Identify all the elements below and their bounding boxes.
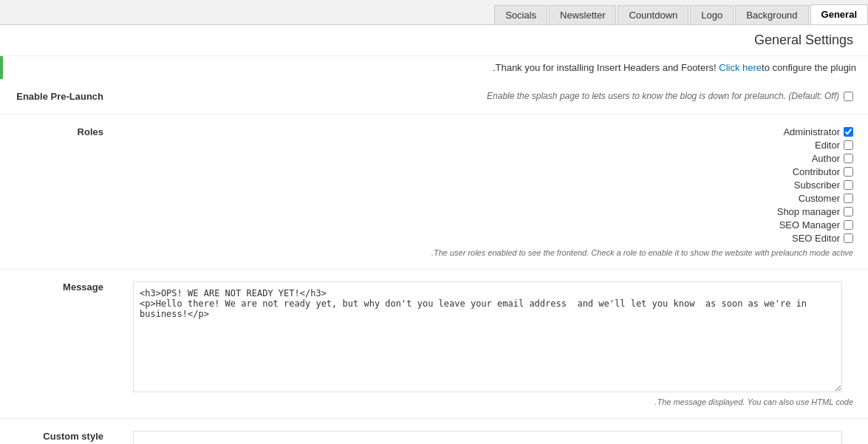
custom-style-label: Custom style (0, 419, 118, 445)
role-checkbox-subscriber[interactable] (844, 180, 853, 190)
role-label: Contributor (793, 166, 840, 177)
role-label: Shop manager (777, 206, 840, 217)
role-checkbox-seo-editor[interactable] (844, 233, 853, 243)
enable-prelaunch-description: Enable the splash page to lets users to … (487, 91, 839, 101)
role-item: Shop manager (777, 206, 853, 217)
role-checkbox-administrator[interactable] (844, 127, 853, 137)
notice-suffix: to configure the plugin (762, 62, 856, 73)
role-label: Author (812, 153, 840, 164)
message-label: Message (0, 270, 118, 419)
custom-style-row: Custom style (0, 419, 868, 445)
role-label: SEO Manager (779, 219, 840, 230)
role-item: SEO Editor (792, 233, 853, 244)
custom-style-input[interactable] (133, 431, 842, 444)
tab-countdown[interactable]: Countdown (618, 5, 688, 24)
roles-content: AdministratorEditorAuthorContributorSubs… (118, 115, 868, 270)
roles-note: .The user roles enabled to see the front… (133, 248, 853, 257)
role-item: SEO Manager (779, 219, 853, 230)
enable-prelaunch-content: Enable the splash page to lets users to … (118, 79, 868, 115)
enable-prelaunch-row: Enable Pre-Launch Enable the splash page… (0, 79, 868, 115)
tab-newsletter[interactable]: Newsletter (549, 5, 616, 24)
role-item: Subscriber (794, 180, 853, 191)
role-checkbox-editor[interactable] (844, 140, 853, 150)
page-title: General Settings (15, 33, 853, 48)
role-label: Administrator (783, 126, 840, 137)
tab-general[interactable]: General (810, 4, 868, 24)
settings-table: Enable Pre-Launch Enable the splash page… (0, 79, 868, 444)
roles-list: AdministratorEditorAuthorContributorSubs… (133, 126, 853, 244)
main-content: General Settings .Thank you for installi… (0, 25, 868, 444)
role-checkbox-seo-manager[interactable] (844, 220, 853, 230)
tab-socials[interactable]: Socials (494, 5, 547, 24)
role-label: Customer (799, 193, 840, 204)
role-item: Author (812, 153, 853, 164)
tab-navigation: Socials Newsletter Countdown Logo Backgr… (0, 0, 868, 25)
enable-prelaunch-label: Enable Pre-Launch (0, 79, 118, 115)
role-checkbox-shop-manager[interactable] (844, 207, 853, 216)
message-note: .The message displayed. You can also use… (133, 397, 853, 406)
role-label: Subscriber (794, 180, 840, 191)
notice-link[interactable]: Click here (719, 62, 762, 73)
role-checkbox-author[interactable] (844, 154, 853, 163)
message-content: .The message displayed. You can also use… (118, 270, 868, 419)
message-row: Message .The message displayed. You can … (0, 270, 868, 419)
role-checkbox-customer[interactable] (844, 194, 853, 203)
role-checkbox-contributor[interactable] (844, 167, 853, 177)
role-label: Editor (815, 140, 840, 151)
role-item: Customer (799, 193, 853, 204)
role-item: Contributor (793, 166, 853, 177)
tab-background[interactable]: Background (735, 5, 808, 24)
role-item: Editor (815, 140, 853, 151)
role-item: Administrator (783, 126, 853, 137)
page-title-bar: General Settings (0, 25, 868, 56)
role-label: SEO Editor (792, 233, 840, 244)
custom-style-content (118, 419, 868, 445)
tab-logo[interactable]: Logo (690, 5, 734, 24)
notice-text: .Thank you for installing Insert Headers… (493, 62, 717, 73)
roles-label: Roles (0, 115, 118, 270)
message-textarea[interactable] (133, 281, 842, 392)
notice-bar: .Thank you for installing Insert Headers… (0, 56, 868, 79)
enable-prelaunch-control: Enable the splash page to lets users to … (133, 91, 853, 101)
roles-row: Roles AdministratorEditorAuthorContribut… (0, 115, 868, 270)
enable-prelaunch-checkbox[interactable] (844, 92, 853, 101)
